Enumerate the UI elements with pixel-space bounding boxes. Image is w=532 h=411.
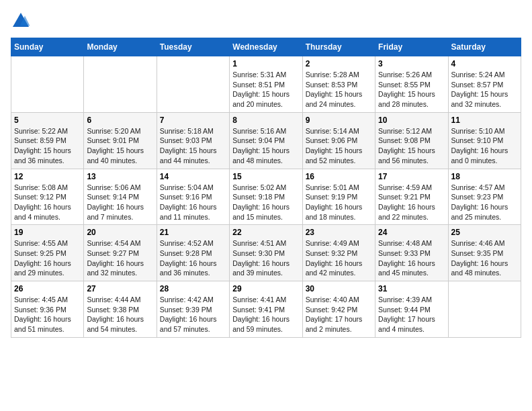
day-content: Sunrise: 4:51 AM Sunset: 9:30 PM Dayligh… bbox=[232, 238, 299, 278]
calendar-week-row: 12Sunrise: 5:08 AM Sunset: 9:12 PM Dayli… bbox=[11, 169, 521, 225]
day-number: 18 bbox=[451, 172, 518, 181]
weekday-header: Sunday bbox=[11, 38, 84, 56]
day-number: 8 bbox=[232, 116, 299, 125]
day-number: 15 bbox=[232, 172, 299, 181]
day-content: Sunrise: 5:20 AM Sunset: 9:01 PM Dayligh… bbox=[87, 126, 153, 166]
calendar-cell: 30Sunrise: 4:40 AM Sunset: 9:42 PM Dayli… bbox=[302, 281, 375, 338]
day-number: 30 bbox=[306, 284, 372, 293]
day-content: Sunrise: 5:22 AM Sunset: 8:59 PM Dayligh… bbox=[14, 126, 81, 166]
calendar-cell: 13Sunrise: 5:06 AM Sunset: 9:14 PM Dayli… bbox=[84, 169, 157, 225]
day-content: Sunrise: 5:10 AM Sunset: 9:10 PM Dayligh… bbox=[451, 126, 518, 166]
calendar-header: SundayMondayTuesdayWednesdayThursdayFrid… bbox=[11, 38, 521, 56]
day-number: 4 bbox=[451, 59, 518, 68]
day-number: 12 bbox=[14, 172, 81, 181]
day-number: 28 bbox=[160, 284, 226, 293]
calendar-cell: 25Sunrise: 4:46 AM Sunset: 9:35 PM Dayli… bbox=[448, 225, 521, 281]
day-number: 9 bbox=[306, 116, 372, 125]
day-content: Sunrise: 4:57 AM Sunset: 9:23 PM Dayligh… bbox=[451, 183, 518, 222]
day-number: 19 bbox=[14, 228, 81, 237]
day-content: Sunrise: 5:28 AM Sunset: 8:53 PM Dayligh… bbox=[306, 70, 372, 109]
calendar-cell: 22Sunrise: 4:51 AM Sunset: 9:30 PM Dayli… bbox=[230, 225, 302, 281]
calendar-body: 1Sunrise: 5:31 AM Sunset: 8:51 PM Daylig… bbox=[11, 56, 521, 338]
calendar-cell: 6Sunrise: 5:20 AM Sunset: 9:01 PM Daylig… bbox=[84, 112, 157, 169]
calendar-cell bbox=[11, 56, 84, 113]
calendar-cell: 5Sunrise: 5:22 AM Sunset: 8:59 PM Daylig… bbox=[11, 112, 84, 169]
day-number: 17 bbox=[378, 172, 445, 181]
day-content: Sunrise: 5:16 AM Sunset: 9:04 PM Dayligh… bbox=[232, 126, 299, 166]
calendar-cell: 14Sunrise: 5:04 AM Sunset: 9:16 PM Dayli… bbox=[157, 169, 229, 225]
calendar-cell: 4Sunrise: 5:24 AM Sunset: 8:57 PM Daylig… bbox=[448, 56, 521, 113]
day-content: Sunrise: 5:26 AM Sunset: 8:55 PM Dayligh… bbox=[378, 70, 445, 109]
day-number: 2 bbox=[306, 59, 372, 68]
calendar-week-row: 1Sunrise: 5:31 AM Sunset: 8:51 PM Daylig… bbox=[11, 56, 521, 113]
weekday-header: Wednesday bbox=[230, 38, 302, 56]
day-number: 11 bbox=[451, 116, 518, 125]
day-content: Sunrise: 5:08 AM Sunset: 9:12 PM Dayligh… bbox=[14, 183, 81, 222]
day-number: 14 bbox=[160, 172, 226, 181]
weekday-header: Thursday bbox=[302, 38, 375, 56]
day-content: Sunrise: 4:49 AM Sunset: 9:32 PM Dayligh… bbox=[306, 238, 372, 278]
calendar-cell: 19Sunrise: 4:55 AM Sunset: 9:25 PM Dayli… bbox=[11, 225, 84, 281]
calendar-cell: 8Sunrise: 5:16 AM Sunset: 9:04 PM Daylig… bbox=[230, 112, 302, 169]
day-content: Sunrise: 5:02 AM Sunset: 9:18 PM Dayligh… bbox=[232, 183, 299, 222]
day-content: Sunrise: 5:06 AM Sunset: 9:14 PM Dayligh… bbox=[87, 183, 153, 222]
logo bbox=[11, 11, 34, 31]
calendar-cell: 9Sunrise: 5:14 AM Sunset: 9:06 PM Daylig… bbox=[302, 112, 375, 169]
day-content: Sunrise: 5:31 AM Sunset: 8:51 PM Dayligh… bbox=[232, 70, 299, 109]
calendar-cell: 11Sunrise: 5:10 AM Sunset: 9:10 PM Dayli… bbox=[448, 112, 521, 169]
day-number: 6 bbox=[87, 116, 153, 125]
calendar-cell: 2Sunrise: 5:28 AM Sunset: 8:53 PM Daylig… bbox=[302, 56, 375, 113]
weekday-header: Monday bbox=[84, 38, 157, 56]
calendar-cell: 3Sunrise: 5:26 AM Sunset: 8:55 PM Daylig… bbox=[375, 56, 448, 113]
calendar-week-row: 19Sunrise: 4:55 AM Sunset: 9:25 PM Dayli… bbox=[11, 225, 521, 281]
logo-icon bbox=[11, 11, 31, 31]
calendar-table: SundayMondayTuesdayWednesdayThursdayFrid… bbox=[11, 38, 521, 338]
day-number: 26 bbox=[14, 284, 81, 293]
weekday-header: Tuesday bbox=[157, 38, 229, 56]
day-number: 13 bbox=[87, 172, 153, 181]
day-number: 31 bbox=[378, 284, 445, 293]
day-number: 21 bbox=[160, 228, 226, 237]
day-content: Sunrise: 4:52 AM Sunset: 9:28 PM Dayligh… bbox=[160, 238, 226, 278]
day-content: Sunrise: 4:48 AM Sunset: 9:33 PM Dayligh… bbox=[378, 238, 445, 278]
calendar-header-row: SundayMondayTuesdayWednesdayThursdayFrid… bbox=[11, 38, 521, 56]
day-content: Sunrise: 5:24 AM Sunset: 8:57 PM Dayligh… bbox=[451, 70, 518, 109]
calendar-cell: 21Sunrise: 4:52 AM Sunset: 9:28 PM Dayli… bbox=[157, 225, 229, 281]
calendar-cell: 1Sunrise: 5:31 AM Sunset: 8:51 PM Daylig… bbox=[230, 56, 302, 113]
calendar-cell: 23Sunrise: 4:49 AM Sunset: 9:32 PM Dayli… bbox=[302, 225, 375, 281]
weekday-header: Friday bbox=[375, 38, 448, 56]
day-content: Sunrise: 4:45 AM Sunset: 9:36 PM Dayligh… bbox=[14, 295, 81, 334]
calendar-cell: 28Sunrise: 4:42 AM Sunset: 9:39 PM Dayli… bbox=[157, 281, 229, 338]
calendar-cell bbox=[448, 281, 521, 338]
day-content: Sunrise: 5:14 AM Sunset: 9:06 PM Dayligh… bbox=[306, 126, 372, 166]
calendar-cell: 12Sunrise: 5:08 AM Sunset: 9:12 PM Dayli… bbox=[11, 169, 84, 225]
calendar-cell: 31Sunrise: 4:39 AM Sunset: 9:44 PM Dayli… bbox=[375, 281, 448, 338]
day-content: Sunrise: 4:46 AM Sunset: 9:35 PM Dayligh… bbox=[451, 238, 518, 278]
day-number: 23 bbox=[306, 228, 372, 237]
day-content: Sunrise: 4:41 AM Sunset: 9:41 PM Dayligh… bbox=[232, 295, 299, 334]
page-header bbox=[11, 11, 521, 31]
calendar-cell: 29Sunrise: 4:41 AM Sunset: 9:41 PM Dayli… bbox=[230, 281, 302, 338]
calendar-cell bbox=[157, 56, 229, 113]
calendar-cell: 7Sunrise: 5:18 AM Sunset: 9:03 PM Daylig… bbox=[157, 112, 229, 169]
day-number: 22 bbox=[232, 228, 299, 237]
day-content: Sunrise: 4:40 AM Sunset: 9:42 PM Dayligh… bbox=[306, 295, 372, 334]
day-number: 20 bbox=[87, 228, 153, 237]
day-number: 16 bbox=[306, 172, 372, 181]
calendar-week-row: 26Sunrise: 4:45 AM Sunset: 9:36 PM Dayli… bbox=[11, 281, 521, 338]
calendar-cell: 26Sunrise: 4:45 AM Sunset: 9:36 PM Dayli… bbox=[11, 281, 84, 338]
day-number: 25 bbox=[451, 228, 518, 237]
day-content: Sunrise: 5:01 AM Sunset: 9:19 PM Dayligh… bbox=[306, 183, 372, 222]
day-number: 1 bbox=[232, 59, 299, 68]
calendar-cell: 17Sunrise: 4:59 AM Sunset: 9:21 PM Dayli… bbox=[375, 169, 448, 225]
day-content: Sunrise: 5:12 AM Sunset: 9:08 PM Dayligh… bbox=[378, 126, 445, 166]
calendar-cell: 15Sunrise: 5:02 AM Sunset: 9:18 PM Dayli… bbox=[230, 169, 302, 225]
day-content: Sunrise: 5:18 AM Sunset: 9:03 PM Dayligh… bbox=[160, 126, 226, 166]
calendar-cell: 16Sunrise: 5:01 AM Sunset: 9:19 PM Dayli… bbox=[302, 169, 375, 225]
day-number: 29 bbox=[232, 284, 299, 293]
calendar-week-row: 5Sunrise: 5:22 AM Sunset: 8:59 PM Daylig… bbox=[11, 112, 521, 169]
day-number: 27 bbox=[87, 284, 153, 293]
day-content: Sunrise: 4:59 AM Sunset: 9:21 PM Dayligh… bbox=[378, 183, 445, 222]
day-content: Sunrise: 4:55 AM Sunset: 9:25 PM Dayligh… bbox=[14, 238, 81, 278]
calendar-cell: 10Sunrise: 5:12 AM Sunset: 9:08 PM Dayli… bbox=[375, 112, 448, 169]
